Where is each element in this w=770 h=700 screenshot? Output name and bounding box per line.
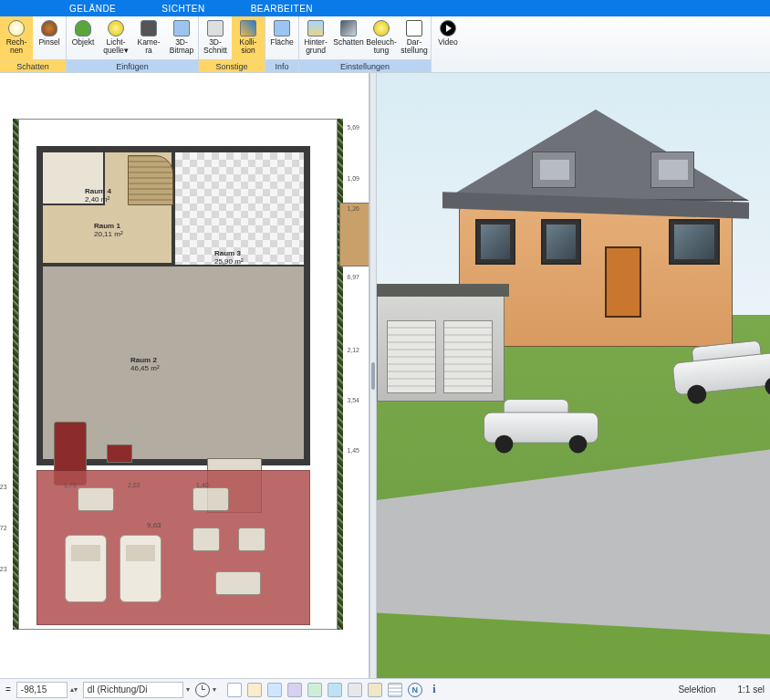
dim-r6: 1,45 [347, 447, 359, 454]
group-label-video [432, 59, 464, 72]
patio-sofa-2 [192, 487, 229, 511]
menu-bar: GELÄNDE SICHTEN BEARBEITEN [0, 0, 770, 16]
background-icon [307, 20, 324, 37]
dim-r2: 1,26 [347, 205, 359, 212]
ribbon-group-video: Video [432, 16, 464, 72]
section-icon [207, 20, 224, 37]
stairs-icon [128, 155, 173, 205]
btn-darstellung[interactable]: Dar-stellung [398, 16, 431, 59]
dim-r4: 2,12 [347, 347, 359, 353]
3d-garage-door-2 [443, 320, 493, 393]
sb-icon-4[interactable] [287, 683, 302, 697]
3d-car-2 [670, 333, 770, 406]
menu-gelaende[interactable]: GELÄNDE [69, 4, 116, 14]
patio-bench [215, 571, 261, 595]
chevron-down-icon: ▾ [186, 685, 190, 694]
dim-t1: 2,02 [128, 482, 140, 488]
info-icon[interactable]: i [428, 683, 441, 697]
north-icon[interactable]: N [408, 683, 422, 697]
ribbon-group-sonstige: 3D-Schnitt Kolli-sion Sonstige [199, 16, 265, 72]
dim-t0: 1,75 [64, 482, 77, 488]
play-icon [440, 20, 456, 37]
coffee-table-icon [107, 444, 132, 463]
pane-3d-view[interactable] [377, 73, 770, 678]
group-label-einfuegen: Einfügen [67, 59, 198, 72]
ribbon-group-einfuegen: Objekt Licht-quelle▾ Kame-ra 3D-Bitmap E… [67, 16, 199, 72]
dim-t2: 1,40 [196, 482, 209, 488]
btn-3d-bitmap[interactable]: 3D-Bitmap [165, 16, 198, 59]
coord-label: = [5, 684, 11, 695]
sb-icon-8[interactable] [368, 683, 382, 697]
sb-icon-grid[interactable] [388, 683, 402, 697]
group-label-info: Info [265, 59, 298, 72]
sb-icon-6[interactable] [328, 683, 342, 697]
btn-pinsel[interactable]: Pinsel [33, 16, 66, 59]
hedge-left [13, 119, 18, 630]
selection-label: Selektion [678, 684, 715, 695]
sb-icon-5[interactable] [307, 683, 322, 697]
camera-icon [140, 20, 157, 37]
sb-icon-2[interactable] [247, 683, 262, 697]
display-icon [406, 20, 422, 37]
3d-garage-door-1 [387, 320, 436, 393]
ribbon-group-info: Fläche Info [265, 16, 299, 72]
area-icon [274, 20, 290, 37]
status-bar: = -98,15 ▴▾ dl (Richtung/Di ▾ ▾ N i Sele… [0, 678, 770, 700]
shadow-icon [340, 20, 357, 37]
label-room1: Raum 120,11 m² [94, 222, 123, 238]
3d-roof [442, 110, 749, 201]
btn-objekt[interactable]: Objekt [67, 16, 99, 59]
dim-r0: 5,69 [347, 124, 359, 131]
collision-icon [240, 20, 256, 37]
group-label-einstellungen: Einstellungen [299, 59, 431, 72]
sb-icon-7[interactable] [348, 683, 362, 697]
ribbon-group-einstellungen: Hinter-grund Schatten Beleuch-tung Dar-s… [299, 16, 432, 72]
patio-chair-2 [238, 528, 265, 551]
btn-schatten-einst[interactable]: Schatten [332, 16, 365, 59]
pane-2d-plan[interactable]: Raum 42,40 m² Raum 120,11 m² Raum 325,90… [0, 73, 369, 678]
compute-icon [8, 20, 25, 37]
btn-kamera[interactable]: Kame-ra [132, 16, 165, 59]
pane-splitter[interactable] [369, 73, 377, 678]
clock-icon[interactable] [195, 683, 210, 697]
patio-chair-1 [192, 528, 220, 551]
btn-hintergrund[interactable]: Hinter-grund [299, 16, 332, 59]
dim-garage: 9,63 [147, 521, 161, 529]
btn-flaeche[interactable]: Fläche [265, 16, 298, 59]
parked-car-1 [65, 535, 107, 602]
ribbon-group-schatten: Rech-nen Pinsel Schatten [0, 16, 67, 72]
house-outline: Raum 42,40 m² Raum 120,11 m² Raum 325,90… [36, 146, 310, 465]
view-selector[interactable]: dl (Richtung/Di [83, 682, 183, 698]
btn-rechnen[interactable]: Rech-nen [0, 16, 33, 59]
3d-car-1 [484, 396, 598, 454]
3d-garage-roof [377, 284, 509, 297]
3d-dormer-2 [650, 151, 694, 188]
menu-sichten[interactable]: SICHTEN [161, 4, 204, 14]
dim-l1: 1,72 [0, 525, 7, 531]
stepper-icon[interactable]: ▴▾ [70, 685, 78, 694]
sb-icon-3[interactable] [267, 683, 282, 697]
sb-icon-1[interactable] [227, 683, 242, 697]
room-2[interactable] [41, 265, 306, 461]
btn-3d-schnitt[interactable]: 3D-Schnitt [199, 16, 232, 59]
menu-bearbeiten[interactable]: BEARBEITEN [251, 4, 313, 14]
lighting-icon [373, 20, 390, 37]
btn-beleuchtung[interactable]: Beleuch-tung [365, 16, 398, 59]
floorplan-canvas[interactable]: Raum 42,40 m² Raum 120,11 m² Raum 325,90… [18, 119, 338, 630]
workarea: Raum 42,40 m² Raum 120,11 m² Raum 325,90… [0, 73, 770, 678]
parked-car-2 [120, 535, 161, 602]
terrace[interactable]: 9,63 [36, 470, 310, 625]
bitmap-icon [173, 20, 190, 37]
bulb-icon [108, 20, 124, 37]
3d-dormer-1 [532, 151, 576, 188]
btn-lichtquelle[interactable]: Licht-quelle▾ [99, 16, 132, 59]
brush-icon [41, 20, 57, 37]
btn-video[interactable]: Video [432, 16, 464, 59]
dim-r5: 3,54 [347, 397, 359, 403]
label-room3: Raum 325,90 m² [214, 249, 244, 266]
coord-input[interactable]: -98,15 [16, 682, 68, 698]
dim-l0: 1,23 [0, 484, 7, 490]
label-room4: Raum 42,40 m² [85, 187, 111, 204]
btn-kollision[interactable]: Kolli-sion [232, 16, 265, 59]
3d-garage [377, 292, 505, 402]
